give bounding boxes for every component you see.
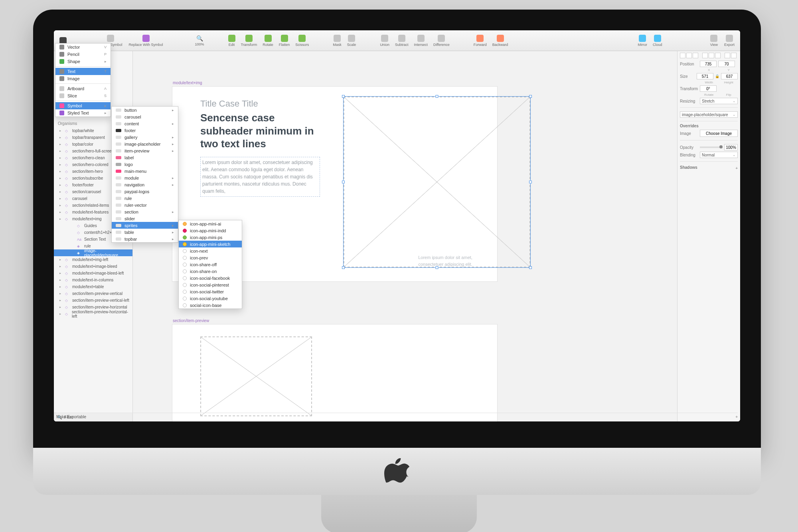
symbol-menu-item-carousel[interactable]: carousel (112, 113, 178, 120)
toolbar-edit[interactable]: Edit (226, 34, 238, 47)
resize-handle-bc[interactable] (436, 266, 439, 269)
symbol-menu-item-topbar[interactable]: topbar▸ (112, 235, 178, 242)
layer-row-section-item-preview-horizontal-left[interactable]: ▸◇section/item-preview-horizontal-left (54, 310, 132, 317)
layer-row-module-text-image-bleed-left[interactable]: ▸◇module/text+image-bleed-left (54, 270, 132, 277)
lock-icon[interactable]: 🔒 (715, 74, 719, 78)
add-export-button[interactable]: + (735, 415, 738, 419)
blending-select[interactable]: Normal⌄ (700, 152, 738, 158)
align-top[interactable] (702, 53, 708, 58)
toolbar-union[interactable]: Union (377, 34, 392, 47)
canvas-subheader[interactable]: Sencense case subheader minimum in two t… (200, 111, 320, 150)
resize-handle-tl[interactable] (342, 95, 345, 98)
symbol-menu-item-module[interactable]: module▸ (112, 174, 178, 181)
toolbar-mirror[interactable]: Mirror (636, 34, 650, 47)
layer-row-module-text-image-bleed[interactable]: ▸◇module/text+image-bleed (54, 263, 132, 270)
choose-image-button[interactable]: Choose Image (700, 130, 738, 137)
make-exportable-button[interactable]: Make Exportable (56, 415, 86, 419)
toolbar-export[interactable]: Export (722, 34, 737, 47)
sprites-menu-item-social-icon-base[interactable]: social-icon-base (179, 302, 242, 309)
symbol-instance-select[interactable]: image-placeholder/square⌄ (680, 111, 738, 118)
toolbar-cloud[interactable]: Cloud (650, 34, 665, 47)
opacity-value-input[interactable] (724, 144, 738, 150)
symbol-menu-item-navigation[interactable]: navigation▸ (112, 181, 178, 188)
symbol-menu-item-slider[interactable]: slider (112, 215, 178, 222)
layer-row-module-text-img-left[interactable]: ▸◇module/text+img-left (54, 256, 132, 263)
symbol-menu-item-item-preview[interactable]: item-preview▸ (112, 147, 178, 154)
symbol-menu-item-content[interactable]: content▸ (112, 120, 178, 127)
toolbar-scissors[interactable]: Scissors (293, 34, 311, 47)
resize-handle-ml[interactable] (342, 181, 345, 184)
position-x-input[interactable] (700, 61, 717, 67)
symbol-menu-item-footer[interactable]: footer (112, 127, 178, 134)
selected-layer-bounds[interactable] (343, 96, 531, 268)
layer-row-image-placeholder-square[interactable]: ◈image-placeholder/square (54, 249, 132, 256)
symbol-menu-item-rule[interactable]: rule (112, 195, 178, 202)
insert-menu-item-shape[interactable]: Shape▸ (55, 58, 111, 65)
insert-menu-item-vector[interactable]: VectorV (55, 44, 111, 51)
layer-row-module-text-table[interactable]: ▸◇module/text+table (54, 283, 132, 290)
layer-row-section-item-preview-vertical-left[interactable]: ▸◇section/item-preview-vertical-left (54, 297, 132, 304)
insert-menu-item-pencil[interactable]: PencilP (55, 51, 111, 58)
toolbar-difference[interactable]: Difference (431, 34, 452, 47)
artboard-item-preview[interactable] (172, 324, 498, 421)
add-shadow-button[interactable]: + (735, 166, 738, 170)
sprites-menu-item-icon-social-facebook[interactable]: icon-social-facebook (179, 275, 242, 281)
symbol-menu-item-logo[interactable]: logo (112, 161, 178, 168)
toolbar-replace-symbol[interactable]: Replace With Symbol (126, 34, 166, 47)
image-placeholder-square[interactable] (344, 97, 530, 267)
resize-handle-tr[interactable] (529, 95, 532, 98)
toolbar-intersect[interactable]: Intersect (411, 34, 430, 47)
symbol-menu-item-image-placeholder[interactable]: image-placeholder▸ (112, 140, 178, 147)
sprites-menu-item-icon-share-off[interactable]: icon-share-off (179, 261, 242, 268)
align-bottom[interactable] (715, 53, 721, 58)
insert-menu-item-styled-text[interactable]: Styled Text▸ (55, 109, 111, 117)
symbol-menu-item-main-menu[interactable]: main-menu (112, 168, 178, 174)
toolbar-flatten[interactable]: Flatten (277, 34, 292, 47)
rotate-input[interactable] (700, 85, 717, 92)
artboard-label-2[interactable]: section/item-preview (173, 318, 209, 323)
toolbar-zoom[interactable]: 🔍100% (193, 34, 207, 47)
align-left[interactable] (680, 53, 685, 58)
layer-row-module-text-in-columns[interactable]: ▸◇module/text-in-columns (54, 277, 132, 283)
layer-row-section-item-preview-vertical[interactable]: ▸◇section/item-preview-vertical (54, 290, 132, 297)
symbol-menu-item-section[interactable]: section▸ (112, 208, 178, 215)
insert-menu-item-text[interactable]: TextT (55, 68, 111, 75)
symbol-menu-item-ruler-vector[interactable]: ruler-vector (112, 202, 178, 208)
symbol-menu-item-button[interactable]: button▸ (112, 107, 178, 113)
toolbar-rotate[interactable]: Rotate (260, 34, 276, 47)
resizing-select[interactable]: Stretch⌄ (700, 98, 738, 104)
canvas-body-text[interactable]: Lorem ipsum dolor sit amet, consectetuer… (200, 157, 320, 197)
distribute-h[interactable] (725, 53, 730, 58)
sprites-menu-item-icon-app-mini-ai[interactable]: icon-app-mini-ai (179, 220, 242, 227)
align-center-h[interactable] (686, 53, 692, 58)
resize-handle-br[interactable] (529, 266, 532, 269)
symbol-menu-item-sprites[interactable]: sprites▸ (112, 222, 178, 229)
distribute-v[interactable] (731, 53, 737, 58)
align-center-v[interactable] (709, 53, 714, 58)
sprites-menu-item-icon-share-on[interactable]: icon-share-on (179, 268, 242, 275)
symbol-menu-item-paypal-logos[interactable]: paypal-logos (112, 188, 178, 195)
canvas-title[interactable]: Title Case Title (200, 99, 320, 109)
sprites-menu-item-icon-app-mini-ps[interactable]: icon-app-mini-ps (179, 234, 242, 241)
toolbar-transform[interactable]: Transform (239, 34, 260, 47)
sprites-menu-item-icon-app-mini-indd[interactable]: icon-app-mini-indd (179, 227, 242, 234)
size-h-input[interactable] (721, 73, 738, 79)
sprites-menu-item-icon-social-pinterest[interactable]: icon-social-pinterest (179, 281, 242, 288)
sprites-menu-item-icon-app-mini-sketch[interactable]: icon-app-mini-sketch (179, 241, 242, 247)
position-y-input[interactable] (718, 61, 735, 67)
insert-menu-item-slice[interactable]: SliceS (55, 92, 111, 99)
insert-menu-item-artboard[interactable]: ArtboardA (55, 85, 111, 92)
image-placeholder-2[interactable] (200, 336, 312, 416)
toolbar-view[interactable]: View (708, 34, 720, 47)
resize-handle-mr[interactable] (529, 181, 532, 184)
size-w-input[interactable] (697, 73, 713, 79)
align-right[interactable] (693, 53, 698, 58)
toolbar-forward[interactable]: Forward (471, 34, 489, 47)
symbol-menu-item-table[interactable]: table▸ (112, 229, 178, 235)
sprites-menu-item-icon-next[interactable]: icon-next (179, 247, 242, 254)
insert-menu-item-symbol[interactable]: Symbol▸ (55, 102, 111, 109)
sprites-menu-item-icon-social-youtube[interactable]: icon-social-youtube (179, 295, 242, 302)
sprites-menu-item-icon-prev[interactable]: icon-prev (179, 254, 242, 261)
toolbar-mask[interactable]: Mask (330, 34, 344, 47)
opacity-slider[interactable] (700, 146, 723, 148)
